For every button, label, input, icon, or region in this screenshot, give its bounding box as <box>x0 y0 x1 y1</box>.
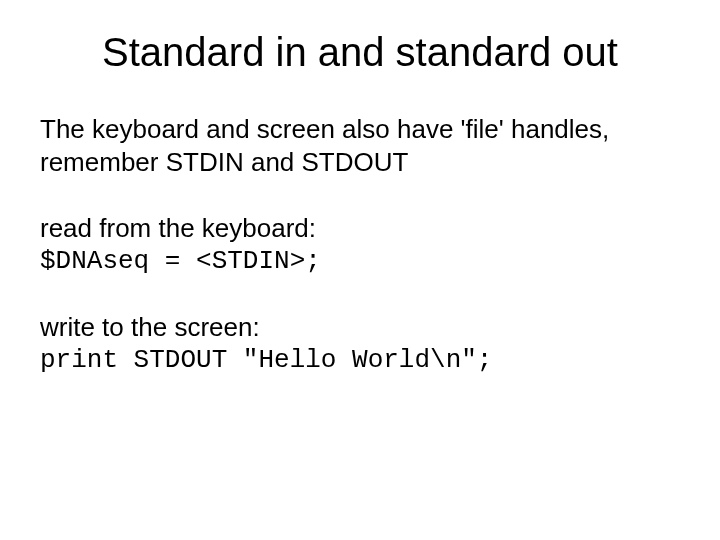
write-code: print STDOUT "Hello World\n"; <box>40 344 680 377</box>
slide-title: Standard in and standard out <box>40 30 680 75</box>
read-label: read from the keyboard: <box>40 212 680 245</box>
read-block: read from the keyboard: $DNAseq = <STDIN… <box>40 212 680 277</box>
slide-body: The keyboard and screen also have 'file'… <box>40 113 680 376</box>
write-block: write to the screen: print STDOUT "Hello… <box>40 311 680 376</box>
intro-paragraph: The keyboard and screen also have 'file'… <box>40 113 680 178</box>
write-label: write to the screen: <box>40 311 680 344</box>
read-code: $DNAseq = <STDIN>; <box>40 245 680 278</box>
slide: Standard in and standard out The keyboar… <box>0 0 720 540</box>
